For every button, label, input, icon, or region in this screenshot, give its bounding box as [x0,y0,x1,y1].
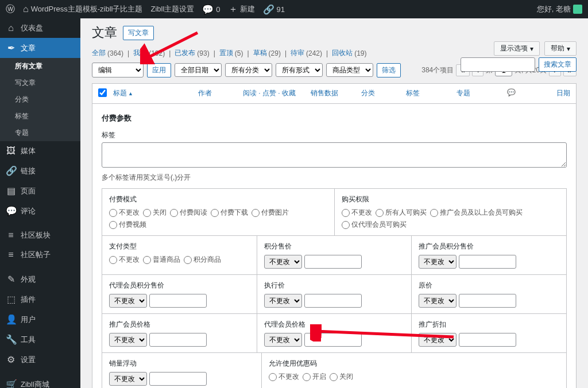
admin-sidebar: ⌂仪表盘 ✒文章 所有文章 写文章 分类 标签 专题 🖼媒体 🔗链接 ▤页面 💬… [0,18,80,388]
avatar-icon [573,5,582,14]
main-content: 显示选项 ▾ 帮助 ▾ 文章 写文章 搜索文章 全部(364)| 我的(102)… [80,18,588,388]
search-posts-button[interactable]: 搜索文章 [539,57,577,72]
sales-float-select[interactable]: 不更改 [109,372,147,386]
col-reads[interactable]: 阅读 · 点赞 · 收藏 [243,88,300,99]
tools-icon: 🔧 [6,334,16,345]
filter-format-select[interactable]: 所有形式 [276,63,323,77]
filter-category-select[interactable]: 所有分类 [225,63,272,77]
coupon-options[interactable]: 不更改 开启 关闭 [269,372,559,382]
exec-price-select[interactable]: 不更改 [264,294,302,308]
filter-product-type-select[interactable]: 商品类型 [326,63,373,77]
pay-type-options[interactable]: 不更改 普通商品 积分商品 [109,255,250,265]
bulk-edit-heading: 付费参数 [102,113,567,123]
filter-mine[interactable]: 我的 [133,48,147,58]
col-title[interactable]: 标题 [113,88,188,99]
user-greeting[interactable]: 您好, 老糖 [537,4,582,14]
purchase-perm-options[interactable]: 不更改 所有人可购买 推广会员及以上会员可购买 仅代理会员可购买 [342,208,560,230]
promo-price-input[interactable] [149,333,207,347]
filter-draft[interactable]: 草稿 [253,48,267,58]
field-coupon: 允许使用优惠码 不更改 开启 关闭 [262,353,566,388]
sidebar-item-media[interactable]: 🖼媒体 [0,141,80,161]
filter-pending[interactable]: 待审 [291,48,304,58]
sidebar-item-users[interactable]: 👤用户 [0,309,80,329]
theme-settings-link[interactable]: Zibll主题设置 [150,4,194,14]
appearance-icon: ✎ [6,274,16,285]
filter-published[interactable]: 已发布 [175,48,195,58]
col-sales[interactable]: 销售数据 [311,88,351,99]
promo-discount-select[interactable]: 不更改 [419,333,457,347]
bulk-action-select[interactable]: 编辑 [92,63,144,77]
sidebar-item-dashboard[interactable]: ⌂仪表盘 [0,18,80,38]
exec-price-input[interactable] [304,294,362,308]
promo-discount-input[interactable] [459,333,516,347]
tags-label: 标签 [102,130,567,140]
promo-price-select[interactable]: 不更改 [109,333,147,347]
help-button[interactable]: 帮助 ▾ [544,41,577,56]
wp-logo[interactable]: ⓦ [6,3,15,15]
orig-price-input[interactable] [459,294,516,308]
col-topic[interactable]: 专题 [457,88,497,99]
admin-toolbar: ⓦ ⌂WordPress主题模板-zibll子比主题 Zibll主题设置 💬0 … [0,0,588,18]
site-name-link[interactable]: ⌂WordPress主题模板-zibll子比主题 [23,4,142,14]
field-pay-mode: 付费模式 不更改 关闭 付费阅读 付费下载 付费图片 付费视频 [102,189,335,235]
sidebar-sub-topics[interactable]: 专题 [0,125,80,141]
agent-points-input[interactable] [149,294,207,308]
promo-points-select[interactable]: 不更改 [419,255,457,269]
filter-trash[interactable]: 回收站 [332,48,353,58]
new-content-link[interactable]: ＋新建 [229,3,255,15]
chevron-down-icon: ▾ [567,45,570,53]
col-date[interactable]: 日期 [556,88,570,99]
screen-options-button[interactable]: 显示选项 ▾ [494,41,540,56]
sidebar-submenu-posts: 所有文章 写文章 分类 标签 专题 [0,58,80,141]
sidebar-item-settings[interactable]: ⚙设置 [0,350,80,370]
field-promo-discount: 推广折扣 不更改 [412,314,566,352]
sidebar-sub-categories[interactable]: 分类 [0,91,80,108]
sidebar-item-comments[interactable]: 💬评论 [0,201,80,221]
orig-price-select[interactable]: 不更改 [419,294,457,308]
col-comments[interactable]: 💬 [507,88,530,99]
col-category[interactable]: 分类 [361,88,396,99]
pages-icon: ▤ [6,185,16,196]
field-purchase-permission: 购买权限 不更改 所有人可购买 推广会员及以上会员可购买 仅代理会员可购买 [335,189,567,235]
sidebar-item-appearance[interactable]: ✎外观 [0,269,80,289]
links-count[interactable]: 🔗91 [263,4,285,15]
agent-price-input[interactable] [304,333,362,347]
page-title: 文章 [92,24,117,41]
col-author[interactable]: 作者 [198,88,233,99]
select-all-checkbox[interactable] [98,88,107,97]
sidebar-item-pages[interactable]: ▤页面 [0,181,80,201]
sidebar-item-plugins[interactable]: ⬚插件 [0,289,80,309]
sidebar-sub-all-posts[interactable]: 所有文章 [0,58,80,75]
filter-sticky[interactable]: 置顶 [219,48,233,58]
points-price-select[interactable]: 不更改 [264,255,302,269]
sidebar-item-links[interactable]: 🔗链接 [0,161,80,181]
tags-hint: 多个标签请用英文逗号(,)分开 [102,173,567,183]
filter-button[interactable]: 筛选 [377,63,401,77]
filter-all[interactable]: 全部 [92,48,106,58]
sidebar-item-threads[interactable]: ≡社区帖子 [0,245,80,265]
promo-points-input[interactable] [459,255,516,269]
apply-bulk-button[interactable]: 应用 [147,63,171,77]
search-posts-input[interactable] [461,57,535,72]
chevron-down-icon: ▾ [530,45,533,53]
pay-mode-options[interactable]: 不更改 关闭 付费阅读 付费下载 付费图片 付费视频 [109,208,327,230]
sidebar-item-boards[interactable]: ≡社区板块 [0,226,80,245]
field-sales-float: 销量浮动 不更改 [102,353,262,388]
sidebar-item-tools[interactable]: 🔧工具 [0,329,80,350]
agent-price-select[interactable]: 不更改 [264,333,302,347]
filter-date-select[interactable]: 全部日期 [175,63,222,77]
field-agent-price: 代理会员价格 不更改 [257,314,412,352]
field-promo-price: 推广会员价格 不更改 [102,314,257,352]
points-price-input[interactable] [304,255,362,269]
add-new-button[interactable]: 写文章 [123,26,154,40]
sidebar-item-zibll-shop[interactable]: 🛒Zibll商城 [0,374,80,388]
comments-link[interactable]: 💬0 [202,4,220,15]
sidebar-sub-tags[interactable]: 标签 [0,108,80,125]
tags-input[interactable] [102,142,567,168]
agent-points-select[interactable]: 不更改 [109,294,147,308]
posts-icon: ✒ [6,42,16,53]
sidebar-item-posts[interactable]: ✒文章 [0,38,80,58]
sales-float-input[interactable] [149,372,207,386]
col-tag[interactable]: 标签 [406,88,446,99]
sidebar-sub-new-post[interactable]: 写文章 [0,75,80,91]
